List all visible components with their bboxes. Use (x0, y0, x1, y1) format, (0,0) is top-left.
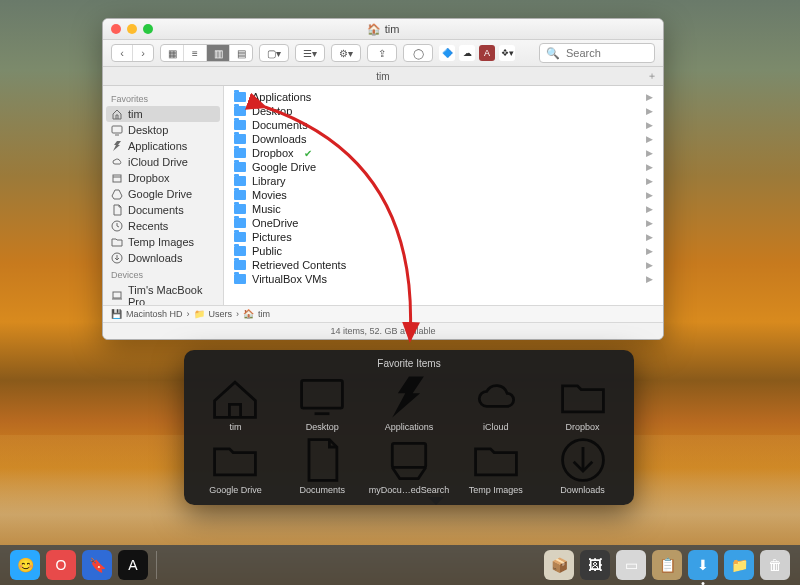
popover-item-desktop[interactable]: Desktop (281, 375, 364, 432)
doc-icon (294, 438, 350, 482)
pathbar-segment[interactable]: Macintosh HD (126, 309, 183, 319)
pathbar-segment[interactable]: Users (209, 309, 233, 319)
popover-item-temp-images[interactable]: Temp Images (454, 438, 537, 495)
pathbar-separator: › (187, 309, 190, 319)
action-button[interactable]: ⚙▾ (331, 44, 361, 62)
new-tab-button[interactable]: ＋ (647, 69, 657, 83)
sidebar-item-dropbox[interactable]: Dropbox (103, 170, 223, 186)
folder-row[interactable]: Applications▶ (224, 90, 663, 104)
folder-row[interactable]: Music▶ (224, 202, 663, 216)
search-input[interactable] (564, 46, 648, 60)
popover-item-label: Desktop (306, 422, 339, 432)
folder-icon (234, 176, 246, 186)
search-icon (381, 438, 437, 482)
folder-row[interactable]: Documents▶ (224, 118, 663, 132)
column-view-button[interactable]: ▥ (206, 45, 229, 61)
window-title: 🏠 tim (103, 23, 663, 36)
column-view[interactable]: Applications▶Desktop▶Documents▶Downloads… (224, 86, 663, 305)
folder-name: Music (252, 203, 281, 215)
disclosure-arrow-icon: ▶ (646, 176, 653, 186)
folder-row[interactable]: OneDrive▶ (224, 216, 663, 230)
ext-icon-3[interactable]: A (479, 45, 495, 61)
search-field[interactable]: 🔍 (539, 43, 655, 63)
tab-label[interactable]: tim (376, 71, 389, 82)
folder-icon (234, 204, 246, 214)
pathbar-separator: › (236, 309, 239, 319)
dock-separator (156, 551, 157, 579)
dock-app-bookmark[interactable]: 🔖 (82, 550, 112, 580)
sidebar-item-tim-s-macbook-pro[interactable]: Tim's MacBook Pro (103, 282, 223, 305)
popover-item-label: tim (229, 422, 241, 432)
folder-row[interactable]: Public▶ (224, 244, 663, 258)
sidebar-item-temp-images[interactable]: Temp Images (103, 234, 223, 250)
popover-item-google-drive[interactable]: Google Drive (194, 438, 277, 495)
sidebar-item-tim[interactable]: tim (106, 106, 220, 122)
disclosure-arrow-icon: ▶ (646, 190, 653, 200)
disclosure-arrow-icon: ▶ (646, 232, 653, 242)
sidebar-item-google-drive[interactable]: Google Drive (103, 186, 223, 202)
dock-stack-popover: Favorite Items timDesktopApplicationsiCl… (184, 350, 634, 505)
folder-name: OneDrive (252, 217, 298, 229)
dock-app-opera[interactable]: O (46, 550, 76, 580)
tags-button[interactable]: ◯ (403, 44, 433, 62)
ext-icon-4[interactable]: ❖▾ (499, 45, 515, 61)
finder-window: 🏠 tim ‹ › ▦ ≡ ▥ ▤ ▢▾ ☰▾ ⚙▾ ⇪ ◯ 🔷 ☁ (102, 18, 664, 340)
back-button[interactable]: ‹ (112, 45, 132, 61)
sidebar-item-applications[interactable]: Applications (103, 138, 223, 154)
down-icon (555, 438, 611, 482)
dock-app-clip[interactable]: 📋 (652, 550, 682, 580)
pathbar-segment[interactable]: tim (258, 309, 270, 319)
folder-icon (555, 375, 611, 419)
gdrive-icon (111, 188, 123, 200)
ext-icon-1[interactable]: 🔷 (439, 45, 455, 61)
folder-name: Documents (252, 119, 308, 131)
group-button[interactable]: ☰▾ (295, 44, 325, 62)
folder-icon (234, 120, 246, 130)
titlebar[interactable]: 🏠 tim (103, 19, 663, 40)
folder-name: Movies (252, 189, 287, 201)
sidebar-item-label: tim (128, 108, 143, 120)
popover-item-icloud[interactable]: iCloud (454, 375, 537, 432)
folder-row[interactable]: Pictures▶ (224, 230, 663, 244)
folder-row[interactable]: Library▶ (224, 174, 663, 188)
folder-row[interactable]: Dropbox✔▶ (224, 146, 663, 160)
dock-app-box[interactable]: 📦 (544, 550, 574, 580)
popover-item-applications[interactable]: Applications (368, 375, 451, 432)
folder-row[interactable]: Movies▶ (224, 188, 663, 202)
gallery-view-button[interactable]: ▤ (229, 45, 252, 61)
folder-row[interactable]: Retrieved Contents▶ (224, 258, 663, 272)
folder-row[interactable]: VirtualBox VMs▶ (224, 272, 663, 286)
dock-app-photos[interactable]: 🖼 (580, 550, 610, 580)
icon-view-button[interactable]: ▦ (161, 45, 183, 61)
dock-app-downloads[interactable]: ⬇ (688, 550, 718, 580)
dock-app-window[interactable]: ▭ (616, 550, 646, 580)
share-button[interactable]: ⇪ (367, 44, 397, 62)
folder-row[interactable]: Google Drive▶ (224, 160, 663, 174)
dock-app-terminal[interactable]: A (118, 550, 148, 580)
dock-app-folder2[interactable]: 📁 (724, 550, 754, 580)
popover-item-downloads[interactable]: Downloads (541, 438, 624, 495)
folder-row[interactable]: Downloads▶ (224, 132, 663, 146)
sidebar-item-recents[interactable]: Recents (103, 218, 223, 234)
popover-item-documents[interactable]: Documents (281, 438, 364, 495)
folder-icon (234, 148, 246, 158)
list-view-button[interactable]: ≡ (183, 45, 206, 61)
arrange-button[interactable]: ▢▾ (259, 44, 289, 62)
dock-app-finder[interactable]: 😊 (10, 550, 40, 580)
popover-item-tim[interactable]: tim (194, 375, 277, 432)
folder-row[interactable]: Desktop▶ (224, 104, 663, 118)
dock-app-trash[interactable]: 🗑 (760, 550, 790, 580)
popover-item-mydocu-edsearch[interactable]: myDocu…edSearch (368, 438, 451, 495)
sidebar-item-downloads[interactable]: Downloads (103, 250, 223, 266)
sidebar-item-icloud-drive[interactable]: iCloud Drive (103, 154, 223, 170)
popover-item-dropbox[interactable]: Dropbox (541, 375, 624, 432)
folder-icon (234, 162, 246, 172)
ext-icon-2[interactable]: ☁ (459, 45, 475, 61)
path-bar[interactable]: 💾Macintosh HD›📁Users›🏠tim (103, 305, 663, 322)
cloud-icon (111, 156, 123, 168)
sidebar-item-desktop[interactable]: Desktop (103, 122, 223, 138)
sidebar-item-documents[interactable]: Documents (103, 202, 223, 218)
forward-button[interactable]: › (132, 45, 153, 61)
folder-name: Pictures (252, 231, 292, 243)
finder-body: FavoritestimDesktopApplicationsiCloud Dr… (103, 86, 663, 305)
